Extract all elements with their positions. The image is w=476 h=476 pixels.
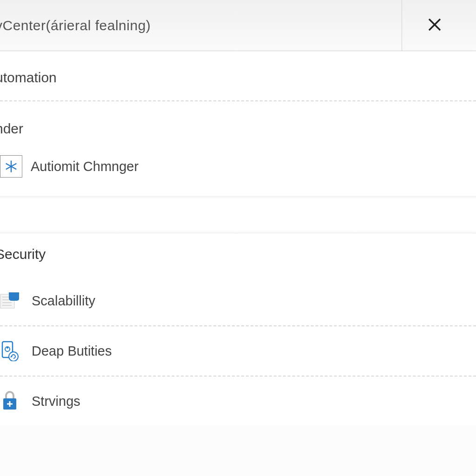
device-refresh-icon	[0, 340, 20, 362]
dialog-body: utomation nder Autiomit Chmnger Security	[0, 51, 476, 426]
svg-point-12	[7, 347, 8, 349]
lock-plus-icon	[0, 390, 20, 412]
subsection-nder-label: nder	[0, 108, 476, 146]
automation-item[interactable]: Autiomit Chmnger	[0, 146, 476, 196]
dialog-header: vCenter(árieral fealning)	[0, 0, 476, 51]
section-automation-label: utomation	[0, 51, 476, 101]
security-item-label: Deap Butities	[32, 344, 112, 359]
panel-separator	[0, 196, 476, 233]
security-item-deap-butities[interactable]: Deap Butities	[0, 326, 476, 377]
dialog-title: vCenter(árieral fealning)	[0, 18, 151, 33]
security-item-scalability[interactable]: Scalabillity	[0, 276, 476, 326]
security-item-label: Strvings	[32, 394, 80, 409]
automation-item-label: Autiomit Chmnger	[31, 159, 139, 174]
security-item-label: Scalabillity	[32, 293, 95, 309]
svg-point-13	[9, 352, 18, 361]
security-section-title: Security	[0, 246, 476, 276]
security-section: Security Scalabillity	[0, 233, 476, 426]
asterisk-icon	[0, 155, 22, 178]
close-button[interactable]	[402, 0, 467, 51]
document-chart-icon	[0, 290, 20, 311]
close-icon	[426, 16, 443, 35]
security-item-strvings[interactable]: Strvings	[0, 377, 476, 426]
